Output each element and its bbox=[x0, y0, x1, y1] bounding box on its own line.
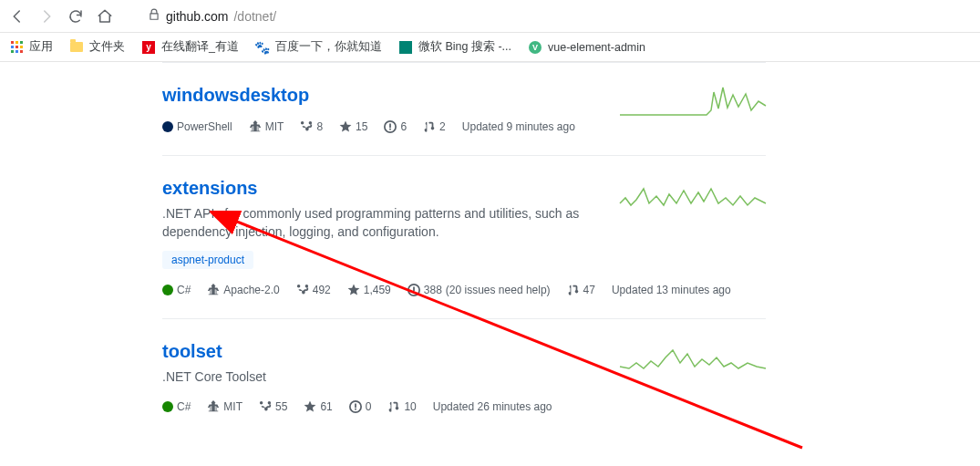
law-icon bbox=[207, 400, 220, 413]
repo-stars[interactable]: 15 bbox=[339, 120, 367, 133]
bookmark-label: 在线翻译_有道 bbox=[161, 39, 239, 55]
language-dot-icon bbox=[162, 121, 173, 132]
back-button[interactable] bbox=[9, 8, 26, 25]
repo-issues[interactable]: 0 bbox=[349, 400, 372, 413]
reload-button[interactable] bbox=[67, 8, 84, 25]
bookmark-label: vue-element-admin bbox=[548, 41, 645, 54]
baidu-icon: 🐾 bbox=[255, 40, 270, 55]
repo-item: extensions .NET APIs for commonly used p… bbox=[162, 155, 766, 318]
repo-link[interactable]: windowsdesktop bbox=[162, 85, 309, 106]
bookmark-baidu[interactable]: 🐾 百度一下，你就知道 bbox=[255, 39, 382, 55]
repo-language: C# bbox=[162, 400, 191, 413]
forward-button[interactable] bbox=[38, 8, 55, 25]
vue-icon: V bbox=[528, 40, 542, 55]
repo-topic[interactable]: aspnet-product bbox=[162, 251, 253, 269]
apps-icon bbox=[9, 40, 24, 55]
repo-meta: C# MIT 55 61 0 10 Updated 26 minutes ago bbox=[162, 400, 766, 413]
repo-issues[interactable]: 388 (20 issues need help) bbox=[407, 284, 551, 296]
bookmark-label: 百度一下，你就知道 bbox=[275, 39, 382, 55]
issue-icon bbox=[349, 400, 362, 413]
repo-prs[interactable]: 2 bbox=[423, 120, 446, 133]
repo-license[interactable]: MIT bbox=[249, 120, 284, 133]
fork-icon bbox=[259, 400, 272, 413]
pull-request-icon bbox=[567, 284, 580, 296]
repo-updated: Updated 13 minutes ago bbox=[612, 284, 731, 296]
bookmark-vue[interactable]: V vue-element-admin bbox=[528, 40, 645, 55]
issue-icon bbox=[407, 284, 420, 296]
sparkline bbox=[620, 85, 766, 121]
star-icon bbox=[304, 400, 316, 413]
bookmark-apps[interactable]: 应用 bbox=[9, 39, 53, 55]
law-icon bbox=[249, 120, 262, 133]
repo-stars[interactable]: 1,459 bbox=[347, 284, 391, 296]
repo-description: .NET Core Toolset bbox=[162, 368, 582, 386]
home-button[interactable] bbox=[97, 8, 113, 25]
repo-updated: Updated 9 minutes ago bbox=[462, 120, 575, 133]
language-dot-icon bbox=[162, 401, 173, 412]
language-dot-icon bbox=[162, 285, 173, 295]
law-icon bbox=[207, 284, 220, 296]
repo-language: C# bbox=[162, 284, 191, 296]
bookmark-folder[interactable]: 文件夹 bbox=[69, 39, 125, 55]
bookmark-label: 应用 bbox=[29, 39, 53, 55]
repo-meta: PowerShell MIT 8 15 6 2 Updated 9 minute… bbox=[162, 120, 766, 133]
repo-forks[interactable]: 492 bbox=[296, 284, 331, 296]
repo-link[interactable]: toolset bbox=[162, 341, 222, 362]
folder-icon bbox=[69, 40, 84, 55]
bing-icon bbox=[398, 40, 413, 55]
browser-toolbar: github.com/dotnet/ bbox=[0, 0, 980, 33]
bookmark-youdao[interactable]: y 在线翻译_有道 bbox=[141, 39, 239, 55]
lock-icon bbox=[148, 8, 160, 24]
youdao-icon: y bbox=[141, 40, 156, 55]
repo-list: windowsdesktop PowerShell MIT 8 15 6 2 U… bbox=[0, 62, 980, 466]
bookmark-bing[interactable]: 微软 Bing 搜索 -... bbox=[398, 39, 511, 55]
repo-item: windowsdesktop PowerShell MIT 8 15 6 2 U… bbox=[162, 62, 766, 155]
repo-license[interactable]: Apache-2.0 bbox=[207, 284, 279, 296]
sparkline bbox=[620, 178, 766, 214]
sparkline bbox=[620, 341, 766, 378]
address-bar[interactable]: github.com/dotnet/ bbox=[148, 8, 276, 24]
repo-updated: Updated 26 minutes ago bbox=[433, 400, 552, 413]
pull-request-icon bbox=[387, 400, 400, 413]
repo-forks[interactable]: 55 bbox=[259, 400, 287, 413]
repo-item: toolset .NET Core Toolset C# MIT 55 61 0… bbox=[162, 318, 766, 435]
url-path: /dotnet/ bbox=[233, 9, 276, 24]
url-host: github.com bbox=[166, 9, 228, 24]
repo-prs[interactable]: 47 bbox=[567, 284, 595, 296]
star-icon bbox=[347, 284, 360, 296]
bookmark-label: 微软 Bing 搜索 -... bbox=[418, 39, 511, 55]
bookmarks-bar: 应用 文件夹 y 在线翻译_有道 🐾 百度一下，你就知道 微软 Bing 搜索 … bbox=[0, 33, 980, 62]
repo-link[interactable]: extensions bbox=[162, 178, 257, 199]
fork-icon bbox=[296, 284, 309, 296]
fork-icon bbox=[300, 120, 313, 133]
issue-icon bbox=[384, 120, 397, 133]
repo-language: PowerShell bbox=[162, 120, 232, 133]
bookmark-label: 文件夹 bbox=[89, 39, 125, 55]
repo-license[interactable]: MIT bbox=[207, 400, 242, 413]
star-icon bbox=[339, 120, 352, 133]
repo-description: .NET APIs for commonly used programming … bbox=[162, 204, 582, 242]
repo-forks[interactable]: 8 bbox=[300, 120, 323, 133]
repo-issues[interactable]: 6 bbox=[384, 120, 407, 133]
repo-stars[interactable]: 61 bbox=[304, 400, 332, 413]
repo-meta: C# Apache-2.0 492 1,459 388 (20 issues n… bbox=[162, 284, 766, 296]
repo-prs[interactable]: 10 bbox=[387, 400, 416, 413]
pull-request-icon bbox=[423, 120, 436, 133]
